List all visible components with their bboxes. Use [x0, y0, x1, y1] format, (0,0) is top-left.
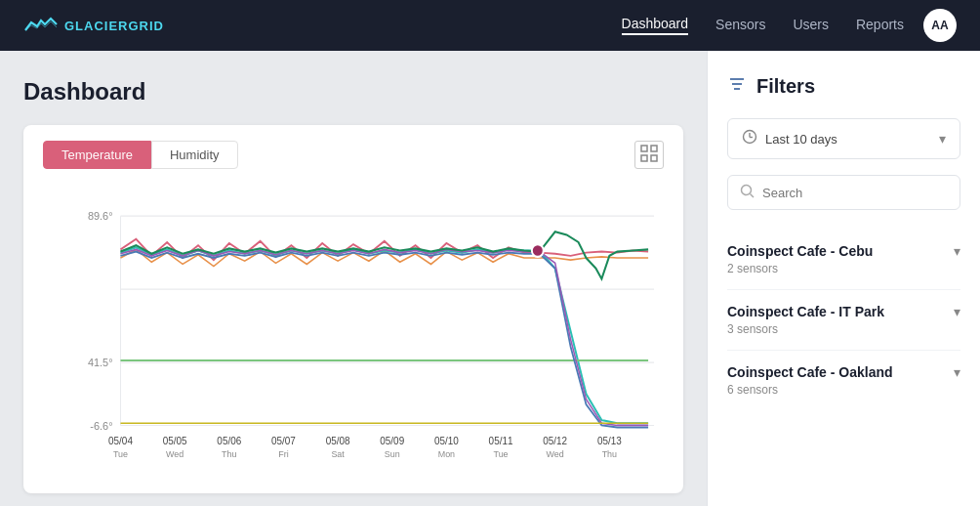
search-input[interactable]	[762, 186, 948, 200]
chart-area: 89.6° 41.5° -6.6° 05/04 Tue 05/05 Wed 05…	[43, 185, 664, 478]
svg-text:89.6°: 89.6°	[88, 210, 113, 222]
location-header-cebu: Coinspect Cafe - Cebu ▾	[727, 243, 960, 259]
svg-text:Sat: Sat	[331, 448, 345, 458]
svg-text:Sun: Sun	[385, 448, 400, 458]
logo-text: GLACIERGRID	[64, 19, 164, 33]
date-filter-left: Last 10 days	[742, 129, 837, 148]
location-sensors-cebu: 2 sensors	[727, 262, 960, 275]
svg-rect-2	[641, 155, 647, 161]
filters-header: Filters	[727, 74, 960, 99]
location-name-itpark: Coinspect Cafe - IT Park	[727, 304, 884, 319]
location-name-oakland: Coinspect Cafe - Oakland	[727, 364, 893, 380]
location-item-oakland[interactable]: Coinspect Cafe - Oakland ▾ 6 sensors	[727, 351, 960, 410]
page-title: Dashboard	[23, 78, 683, 105]
date-filter-label: Last 10 days	[765, 132, 837, 147]
navbar: GLACIERGRID Dashboard Sensors Users Repo…	[0, 0, 980, 51]
svg-rect-1	[651, 146, 657, 151]
logo[interactable]: GLACIERGRID	[23, 17, 164, 34]
nav-reports[interactable]: Reports	[856, 17, 904, 34]
chart-svg: 89.6° 41.5° -6.6° 05/04 Tue 05/05 Wed 05…	[43, 185, 664, 478]
svg-text:Tue: Tue	[494, 448, 509, 458]
svg-text:Wed: Wed	[547, 448, 564, 458]
location-sensors-oakland: 6 sensors	[727, 383, 960, 397]
svg-text:Thu: Thu	[602, 448, 617, 458]
tab-humidity[interactable]: Humidity	[151, 141, 238, 169]
nav-users[interactable]: Users	[793, 17, 829, 34]
left-content: Dashboard Temperature Humidity	[0, 51, 707, 506]
svg-text:41.5°: 41.5°	[88, 357, 113, 368]
chart-header: Temperature Humidity	[43, 141, 664, 169]
svg-text:Mon: Mon	[438, 448, 455, 458]
clock-icon	[742, 129, 757, 148]
tab-temperature[interactable]: Temperature	[43, 141, 151, 169]
svg-text:05/09: 05/09	[380, 435, 404, 445]
chart-card: Temperature Humidity	[23, 125, 683, 493]
filters-icon	[727, 74, 747, 99]
nav-dashboard[interactable]: Dashboard	[622, 16, 689, 35]
location-chevron-cebu: ▾	[954, 243, 960, 259]
svg-text:05/05: 05/05	[163, 435, 187, 445]
search-icon	[740, 184, 755, 201]
svg-text:05/07: 05/07	[271, 435, 296, 445]
location-chevron-oakland: ▾	[954, 364, 960, 380]
search-box	[727, 175, 960, 210]
svg-text:Wed: Wed	[166, 448, 184, 458]
filters-title: Filters	[756, 75, 815, 98]
location-header-oakland: Coinspect Cafe - Oakland ▾	[727, 364, 960, 380]
svg-text:Tue: Tue	[113, 448, 128, 458]
main-layout: Dashboard Temperature Humidity	[0, 51, 980, 506]
svg-text:05/10: 05/10	[434, 435, 459, 445]
svg-text:05/06: 05/06	[217, 435, 241, 445]
svg-text:Thu: Thu	[222, 448, 236, 458]
date-range-filter[interactable]: Last 10 days ▾	[727, 118, 960, 159]
location-name-cebu: Coinspect Cafe - Cebu	[727, 243, 873, 259]
location-sensors-itpark: 3 sensors	[727, 322, 960, 336]
svg-text:05/11: 05/11	[489, 435, 513, 445]
svg-text:-6.6°: -6.6°	[90, 419, 112, 431]
svg-text:05/13: 05/13	[597, 435, 622, 445]
avatar[interactable]: AA	[923, 9, 957, 42]
nav-sensors[interactable]: Sensors	[715, 17, 765, 34]
date-filter-chevron: ▾	[939, 131, 946, 147]
location-header-itpark: Coinspect Cafe - IT Park ▾	[727, 304, 960, 319]
filters-panel: Filters Last 10 days ▾	[707, 51, 980, 506]
location-chevron-itpark: ▾	[954, 304, 960, 319]
svg-text:05/04: 05/04	[108, 435, 133, 445]
svg-rect-3	[651, 155, 657, 161]
logo-icon	[23, 17, 59, 34]
chart-tabs: Temperature Humidity	[43, 141, 238, 169]
svg-point-32	[532, 244, 544, 257]
svg-point-39	[742, 186, 752, 195]
svg-rect-0	[641, 146, 647, 151]
svg-text:05/12: 05/12	[543, 435, 567, 445]
svg-text:Fri: Fri	[278, 448, 288, 458]
location-item-itpark[interactable]: Coinspect Cafe - IT Park ▾ 3 sensors	[727, 290, 960, 351]
navbar-links: Dashboard Sensors Users Reports	[622, 16, 904, 35]
expand-icon[interactable]	[634, 141, 664, 169]
svg-text:05/08: 05/08	[326, 435, 350, 445]
svg-line-40	[751, 194, 755, 198]
location-item-cebu[interactable]: Coinspect Cafe - Cebu ▾ 2 sensors	[727, 230, 960, 290]
